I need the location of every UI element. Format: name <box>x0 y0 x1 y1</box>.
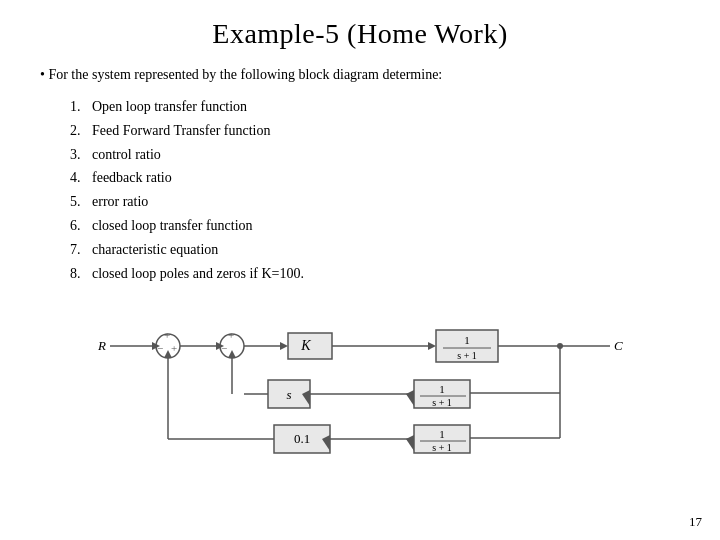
svg-text:+: + <box>164 329 170 341</box>
list-item-number: 6. <box>70 214 92 238</box>
s-block-label: s <box>286 387 291 402</box>
list-item-text: error ratio <box>92 190 148 214</box>
r-label: R <box>97 338 106 353</box>
list-item-text: Open loop transfer function <box>92 95 247 119</box>
list-item: 7.characteristic equation <box>70 238 680 262</box>
list-item-number: 3. <box>70 143 92 167</box>
tf1-numerator: 1 <box>464 334 470 346</box>
svg-text:+: + <box>228 329 234 341</box>
gain-01-label: 0.1 <box>294 431 310 446</box>
slide-title: Example-5 (Home Work) <box>40 18 680 50</box>
c-label: C <box>614 338 623 353</box>
list-item: 8.closed loop poles and zeros if K=100. <box>70 262 680 286</box>
list-item-number: 2. <box>70 119 92 143</box>
list-item: 5.error ratio <box>70 190 680 214</box>
list-item-text: characteristic equation <box>92 238 218 262</box>
k-block-label: K <box>300 338 311 353</box>
list-item-text: control ratio <box>92 143 161 167</box>
svg-text:+: + <box>171 342 177 354</box>
svg-text:−: − <box>157 342 163 354</box>
tf3-numerator: 1 <box>439 428 445 440</box>
list-item-number: 4. <box>70 166 92 190</box>
list-item-number: 7. <box>70 238 92 262</box>
slide-page: Example-5 (Home Work) • For the system r… <box>0 0 720 540</box>
list-item: 2.Feed Forward Transfer function <box>70 119 680 143</box>
list-item: 4.feedback ratio <box>70 166 680 190</box>
item-list: 1.Open loop transfer function2.Feed Forw… <box>70 95 680 285</box>
tf2-numerator: 1 <box>439 383 445 395</box>
list-item-number: 8. <box>70 262 92 286</box>
block-diagram-svg: R + − + + − K <box>80 293 640 468</box>
list-item: 3.control ratio <box>70 143 680 167</box>
svg-text:−: − <box>221 342 227 354</box>
list-item-text: Feed Forward Transfer function <box>92 119 270 143</box>
tf1-denominator: s + 1 <box>457 350 477 361</box>
list-item: 6.closed loop transfer function <box>70 214 680 238</box>
list-item-number: 1. <box>70 95 92 119</box>
list-item: 1.Open loop transfer function <box>70 95 680 119</box>
list-item-text: closed loop transfer function <box>92 214 253 238</box>
list-item-text: feedback ratio <box>92 166 172 190</box>
tf2-denominator: s + 1 <box>432 397 452 408</box>
block-diagram: R + − + + − K <box>40 293 680 468</box>
svg-rect-0 <box>80 293 640 468</box>
tf3-denominator: s + 1 <box>432 442 452 453</box>
list-item-number: 5. <box>70 190 92 214</box>
list-item-text: closed loop poles and zeros if K=100. <box>92 262 304 286</box>
page-number: 17 <box>689 514 702 530</box>
intro-text: • For the system represented by the foll… <box>40 64 680 85</box>
